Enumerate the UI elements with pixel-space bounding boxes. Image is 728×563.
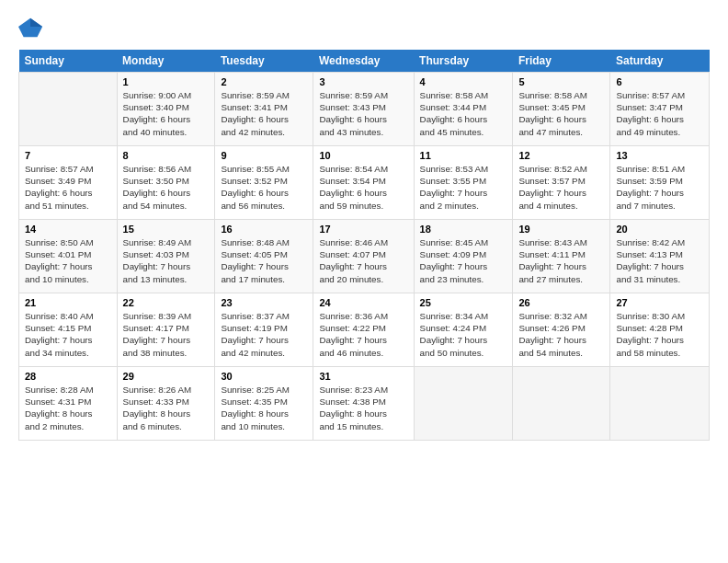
header-day: Sunday [19, 50, 118, 73]
day-info: Sunrise: 8:32 AM Sunset: 4:26 PM Dayligh… [518, 310, 604, 359]
day-number: 15 [123, 224, 210, 235]
day-number: 30 [221, 371, 307, 382]
day-number: 23 [221, 297, 307, 308]
day-cell: 1Sunrise: 9:00 AM Sunset: 3:40 PM Daylig… [117, 73, 215, 146]
day-number: 10 [319, 150, 407, 161]
day-number: 6 [616, 76, 703, 87]
day-number: 18 [420, 224, 507, 235]
day-cell: 21Sunrise: 8:40 AM Sunset: 4:15 PM Dayli… [19, 293, 118, 367]
day-number: 19 [518, 224, 604, 235]
day-cell: 5Sunrise: 8:58 AM Sunset: 3:45 PM Daylig… [513, 73, 610, 146]
header-day: Thursday [414, 50, 513, 73]
day-info: Sunrise: 8:57 AM Sunset: 3:47 PM Dayligh… [616, 89, 703, 138]
day-cell: 17Sunrise: 8:46 AM Sunset: 4:07 PM Dayli… [313, 220, 414, 293]
day-number: 17 [319, 224, 407, 235]
day-info: Sunrise: 8:51 AM Sunset: 3:59 PM Dayligh… [616, 163, 703, 212]
day-number: 12 [518, 150, 604, 161]
week-row: 7Sunrise: 8:57 AM Sunset: 3:49 PM Daylig… [19, 146, 710, 220]
day-info: Sunrise: 8:52 AM Sunset: 3:57 PM Dayligh… [518, 163, 604, 212]
header-day: Saturday [610, 50, 710, 73]
day-info: Sunrise: 8:53 AM Sunset: 3:55 PM Dayligh… [420, 163, 507, 212]
day-info: Sunrise: 8:48 AM Sunset: 4:05 PM Dayligh… [221, 236, 307, 285]
day-cell: 8Sunrise: 8:56 AM Sunset: 3:50 PM Daylig… [117, 146, 215, 220]
day-cell [414, 367, 513, 441]
day-number: 14 [25, 224, 111, 235]
day-number: 11 [420, 150, 507, 161]
day-info: Sunrise: 8:26 AM Sunset: 4:33 PM Dayligh… [123, 384, 210, 432]
day-info: Sunrise: 8:59 AM Sunset: 3:41 PM Dayligh… [221, 89, 307, 138]
day-info: Sunrise: 8:34 AM Sunset: 4:24 PM Dayligh… [420, 310, 507, 359]
day-cell: 25Sunrise: 8:34 AM Sunset: 4:24 PM Dayli… [414, 293, 513, 367]
day-cell: 24Sunrise: 8:36 AM Sunset: 4:22 PM Dayli… [313, 293, 414, 367]
day-number: 31 [319, 371, 407, 382]
day-number: 7 [25, 150, 111, 161]
day-info: Sunrise: 9:00 AM Sunset: 3:40 PM Dayligh… [123, 89, 210, 138]
header-day: Wednesday [313, 50, 414, 73]
day-info: Sunrise: 8:40 AM Sunset: 4:15 PM Dayligh… [25, 310, 111, 359]
day-info: Sunrise: 8:46 AM Sunset: 4:07 PM Dayligh… [319, 236, 407, 285]
day-number: 25 [420, 297, 507, 308]
day-cell: 11Sunrise: 8:53 AM Sunset: 3:55 PM Dayli… [414, 146, 513, 220]
day-cell: 6Sunrise: 8:57 AM Sunset: 3:47 PM Daylig… [610, 73, 710, 146]
day-cell: 18Sunrise: 8:45 AM Sunset: 4:09 PM Dayli… [414, 220, 513, 293]
day-info: Sunrise: 8:58 AM Sunset: 3:44 PM Dayligh… [420, 89, 507, 138]
logo [18, 15, 48, 40]
day-cell: 2Sunrise: 8:59 AM Sunset: 3:41 PM Daylig… [215, 73, 313, 146]
day-cell: 31Sunrise: 8:23 AM Sunset: 4:38 PM Dayli… [313, 367, 414, 441]
day-number: 13 [616, 150, 703, 161]
day-number: 28 [25, 371, 111, 382]
day-cell: 19Sunrise: 8:43 AM Sunset: 4:11 PM Dayli… [513, 220, 610, 293]
day-info: Sunrise: 8:56 AM Sunset: 3:50 PM Dayligh… [123, 163, 210, 212]
day-cell: 29Sunrise: 8:26 AM Sunset: 4:33 PM Dayli… [117, 367, 215, 441]
day-cell [513, 367, 610, 441]
day-cell: 16Sunrise: 8:48 AM Sunset: 4:05 PM Dayli… [215, 220, 313, 293]
week-row: 1Sunrise: 9:00 AM Sunset: 3:40 PM Daylig… [19, 73, 710, 146]
day-cell [19, 73, 118, 146]
day-number: 21 [25, 297, 111, 308]
week-row: 21Sunrise: 8:40 AM Sunset: 4:15 PM Dayli… [19, 293, 710, 367]
day-number: 5 [518, 76, 604, 87]
header-day: Friday [513, 50, 610, 73]
day-info: Sunrise: 8:39 AM Sunset: 4:17 PM Dayligh… [123, 310, 210, 359]
day-cell: 13Sunrise: 8:51 AM Sunset: 3:59 PM Dayli… [610, 146, 710, 220]
day-number: 27 [616, 297, 703, 308]
day-cell: 27Sunrise: 8:30 AM Sunset: 4:28 PM Dayli… [610, 293, 710, 367]
day-info: Sunrise: 8:36 AM Sunset: 4:22 PM Dayligh… [319, 310, 407, 359]
day-info: Sunrise: 8:49 AM Sunset: 4:03 PM Dayligh… [123, 236, 210, 285]
day-info: Sunrise: 8:43 AM Sunset: 4:11 PM Dayligh… [518, 236, 604, 285]
day-cell: 15Sunrise: 8:49 AM Sunset: 4:03 PM Dayli… [117, 220, 215, 293]
day-info: Sunrise: 8:23 AM Sunset: 4:38 PM Dayligh… [319, 384, 407, 432]
day-number: 20 [616, 224, 703, 235]
svg-marker-1 [30, 18, 42, 27]
day-cell: 4Sunrise: 8:58 AM Sunset: 3:44 PM Daylig… [414, 73, 513, 146]
day-info: Sunrise: 8:54 AM Sunset: 3:54 PM Dayligh… [319, 163, 407, 212]
day-cell: 10Sunrise: 8:54 AM Sunset: 3:54 PM Dayli… [313, 146, 414, 220]
header-row: SundayMondayTuesdayWednesdayThursdayFrid… [19, 50, 710, 73]
day-cell: 22Sunrise: 8:39 AM Sunset: 4:17 PM Dayli… [117, 293, 215, 367]
day-number: 26 [518, 297, 604, 308]
day-info: Sunrise: 8:42 AM Sunset: 4:13 PM Dayligh… [616, 236, 703, 285]
day-number: 2 [221, 76, 307, 87]
day-info: Sunrise: 8:50 AM Sunset: 4:01 PM Dayligh… [25, 236, 111, 285]
day-cell: 28Sunrise: 8:28 AM Sunset: 4:31 PM Dayli… [19, 367, 118, 441]
week-row: 28Sunrise: 8:28 AM Sunset: 4:31 PM Dayli… [19, 367, 710, 441]
day-info: Sunrise: 8:30 AM Sunset: 4:28 PM Dayligh… [616, 310, 703, 359]
day-info: Sunrise: 8:57 AM Sunset: 3:49 PM Dayligh… [25, 163, 111, 212]
day-cell: 23Sunrise: 8:37 AM Sunset: 4:19 PM Dayli… [215, 293, 313, 367]
day-number: 22 [123, 297, 210, 308]
day-cell: 14Sunrise: 8:50 AM Sunset: 4:01 PM Dayli… [19, 220, 118, 293]
day-number: 16 [221, 224, 307, 235]
day-number: 4 [420, 76, 507, 87]
day-number: 24 [319, 297, 407, 308]
week-row: 14Sunrise: 8:50 AM Sunset: 4:01 PM Dayli… [19, 220, 710, 293]
day-cell: 26Sunrise: 8:32 AM Sunset: 4:26 PM Dayli… [513, 293, 610, 367]
calendar-table: SundayMondayTuesdayWednesdayThursdayFrid… [18, 50, 710, 441]
day-cell: 9Sunrise: 8:55 AM Sunset: 3:52 PM Daylig… [215, 146, 313, 220]
day-cell: 30Sunrise: 8:25 AM Sunset: 4:35 PM Dayli… [215, 367, 313, 441]
svg-marker-0 [18, 18, 42, 38]
day-info: Sunrise: 8:55 AM Sunset: 3:52 PM Dayligh… [221, 163, 307, 212]
day-number: 8 [123, 150, 210, 161]
header-day: Monday [117, 50, 215, 73]
header-day: Tuesday [215, 50, 313, 73]
day-number: 3 [319, 76, 407, 87]
